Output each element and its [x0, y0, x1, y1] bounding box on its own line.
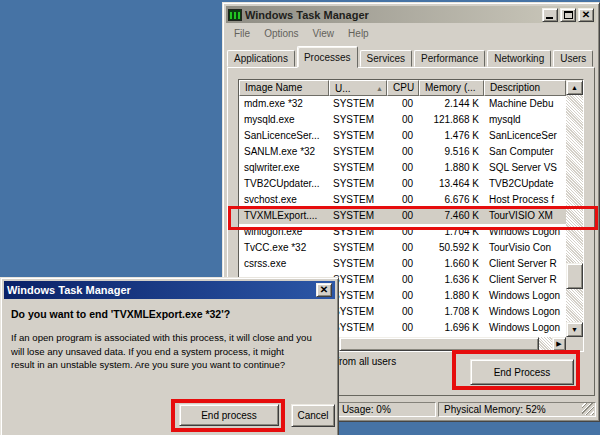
dialog-heading: Do you want to end 'TVXMLExport.exe *32'… — [11, 308, 230, 320]
process-user: SYSTEM — [329, 128, 387, 144]
process-memory: 1.880 K — [419, 288, 484, 304]
taskmgr-title: Windows Task Manager — [245, 9, 542, 21]
menu-file[interactable]: File — [227, 27, 257, 40]
process-description: Windows Logon — [484, 224, 566, 240]
process-description: SanLicenceSer — [484, 128, 566, 144]
minimize-icon — [546, 17, 553, 19]
tab-networking[interactable]: Networking — [487, 50, 551, 67]
process-user: SYSTEM — [329, 160, 387, 176]
scrollbar-corner — [566, 337, 583, 351]
process-memory: 9.516 K — [419, 144, 484, 160]
vertical-scroll-thumb[interactable] — [566, 263, 583, 289]
column-header-image-name[interactable]: Image Name — [239, 80, 329, 96]
scroll-up-button[interactable]: ▲ — [566, 80, 583, 95]
taskmgr-titlebar[interactable]: Windows Task Manager ✕ — [226, 6, 596, 23]
minimize-button[interactable] — [542, 8, 558, 22]
menu-options[interactable]: Options — [257, 27, 305, 40]
process-cpu: 00 — [387, 240, 419, 256]
tab-applications[interactable]: Applications — [227, 50, 295, 67]
dialog-end-process-button[interactable]: End process — [179, 404, 279, 426]
process-row[interactable]: SANLM.exe *32 SYSTEM 00 9.516 K San Comp… — [239, 144, 566, 160]
vertical-scrollbar[interactable]: ▲ ▼ — [566, 80, 583, 337]
maximize-button[interactable] — [560, 8, 576, 22]
process-memory: 1.880 K — [419, 160, 484, 176]
dialog-close-button[interactable]: ✕ — [316, 283, 332, 297]
process-memory: 1.476 K — [419, 128, 484, 144]
process-user: SYSTEM — [329, 96, 387, 112]
process-row[interactable]: svchost.exe SYSTEM 00 6.676 K Host Proce… — [239, 192, 566, 208]
process-memory: 7.460 K — [419, 208, 484, 224]
close-icon: ✕ — [579, 9, 593, 21]
column-header-description[interactable]: Description — [484, 80, 566, 96]
menubar: File Options View Help — [227, 25, 376, 41]
maximize-icon — [564, 11, 573, 19]
scroll-up-icon: ▲ — [571, 84, 578, 91]
process-row[interactable]: csrss.exe SYSTEM 00 1.660 K Client Serve… — [239, 256, 566, 272]
process-cpu: 00 — [387, 160, 419, 176]
tab-processes[interactable]: Processes — [297, 46, 358, 68]
process-user: SYSTEM — [329, 176, 387, 192]
process-row[interactable]: TVXMLExport.... SYSTEM 00 7.460 K TourVI… — [239, 208, 566, 224]
process-memory: 6.676 K — [419, 192, 484, 208]
process-memory: 1.636 K — [419, 272, 484, 288]
process-row[interactable]: winlogon.exe SYSTEM 00 1.704 K Windows L… — [239, 224, 566, 240]
column-header-cpu[interactable]: CPU — [387, 80, 419, 96]
horizontal-scroll-thumb[interactable] — [339, 337, 539, 351]
dialog-body: If an open program is associated with th… — [11, 331, 312, 372]
process-row[interactable]: sqlwriter.exe SYSTEM 00 1.880 K SQL Serv… — [239, 160, 566, 176]
list-header: Image Name U... ▲ CPU Memory (... Descri… — [239, 80, 566, 96]
process-description: TourVisio Con — [484, 240, 566, 256]
process-cpu: 00 — [387, 176, 419, 192]
process-description: TVB2CUpdate — [484, 176, 566, 192]
process-cpu: 00 — [387, 256, 419, 272]
resize-grip[interactable] — [582, 403, 594, 415]
menu-help[interactable]: Help — [341, 27, 376, 40]
process-description: Client Server R — [484, 272, 566, 288]
process-cpu: 00 — [387, 128, 419, 144]
menu-view[interactable]: View — [306, 27, 342, 40]
desktop: Windows Task Manager ✕ File Options View… — [0, 0, 600, 435]
dialog-title: Windows Task Manager — [7, 284, 316, 296]
caption-buttons: ✕ — [542, 8, 594, 22]
dialog-body-line: result in an unstable system. Are you su… — [11, 358, 312, 372]
process-cpu: 00 — [387, 320, 419, 336]
process-row[interactable]: TvCC.exe *32 SYSTEM 00 50.592 K TourVisi… — [239, 240, 566, 256]
process-name: csrss.exe — [239, 256, 329, 272]
close-icon: ✕ — [317, 284, 331, 296]
process-description: Windows Logon — [484, 304, 566, 320]
process-memory: 1.704 K — [419, 224, 484, 240]
process-cpu: 00 — [387, 272, 419, 288]
process-name: mysqld.exe — [239, 112, 329, 128]
tab-strip: Applications Processes Services Performa… — [227, 45, 595, 67]
close-button[interactable]: ✕ — [578, 8, 594, 22]
column-header-memory[interactable]: Memory (... — [419, 80, 484, 96]
tab-performance[interactable]: Performance — [414, 50, 485, 67]
process-cpu: 00 — [387, 112, 419, 128]
process-description: Machine Debu — [484, 96, 566, 112]
scroll-down-button[interactable]: ▼ — [566, 322, 583, 337]
process-cpu: 00 — [387, 288, 419, 304]
tab-services[interactable]: Services — [360, 50, 412, 67]
process-row[interactable]: mysqld.exe SYSTEM 00 121.868 K mysqld — [239, 112, 566, 128]
process-description: Windows Logon — [484, 288, 566, 304]
confirm-dialog: Windows Task Manager ✕ Do you want to en… — [0, 277, 339, 435]
dialog-titlebar[interactable]: Windows Task Manager ✕ — [4, 281, 335, 299]
cancel-button[interactable]: Cancel — [291, 404, 335, 427]
process-row[interactable]: SanLicenceSer... SYSTEM 00 1.476 K SanLi… — [239, 128, 566, 144]
column-header-user-label: U... — [335, 83, 351, 94]
process-cpu: 00 — [387, 144, 419, 160]
process-description: Client Server R — [484, 256, 566, 272]
process-memory: 13.464 K — [419, 176, 484, 192]
scroll-right-button[interactable]: ▶ — [552, 337, 566, 351]
column-header-user-name[interactable]: U... ▲ — [329, 80, 387, 96]
process-name: mdm.exe *32 — [239, 96, 329, 112]
tab-users[interactable]: Users — [553, 50, 593, 67]
process-row[interactable]: TVB2CUpdater... SYSTEM 00 13.464 K TVB2C… — [239, 176, 566, 192]
dialog-body-line: If an open program is associated with th… — [11, 331, 312, 345]
process-user: SYSTEM — [329, 208, 387, 224]
process-name: svchost.exe — [239, 192, 329, 208]
process-row[interactable]: mdm.exe *32 SYSTEM 00 2.144 K Machine De… — [239, 96, 566, 112]
end-process-button[interactable]: End Process — [470, 359, 574, 385]
process-name: SanLicenceSer... — [239, 128, 329, 144]
process-description: SQL Server VS — [484, 160, 566, 176]
